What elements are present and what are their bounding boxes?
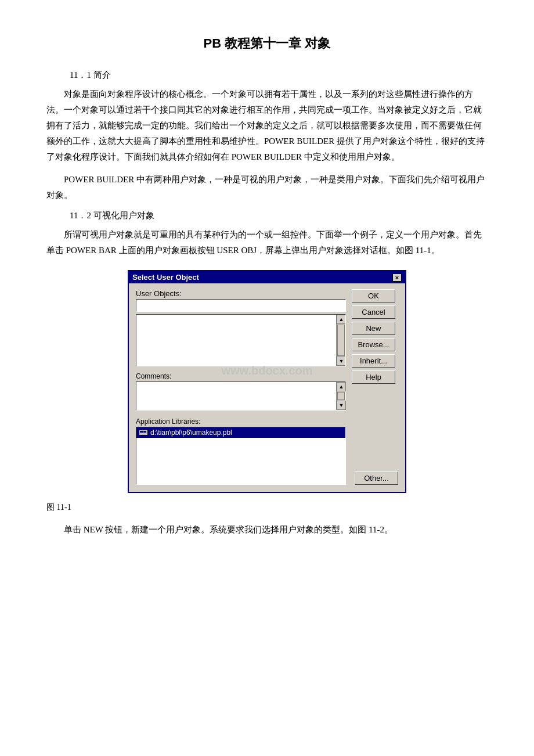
- applib-item-text: d:\tian\pbl\p6\umakeup.pbl: [150, 429, 232, 437]
- applib-listbox[interactable]: d:\tian\pbl\p6\umakeup.pbl: [136, 427, 346, 485]
- user-objects-input[interactable]: [136, 299, 346, 312]
- section2-heading: 11．2 可视化用户对象: [70, 210, 488, 221]
- comments-scrollbar-thumb[interactable]: [337, 392, 345, 400]
- comments-scrollbar-down[interactable]: ▼: [337, 401, 346, 410]
- dialog-right-panel: OK Cancel New Browse... Inherit... Help …: [352, 289, 398, 485]
- other-button[interactable]: Other...: [355, 471, 398, 485]
- dialog-titlebar: Select User Object ×: [129, 271, 405, 283]
- paragraph-4: 单击 NEW 按钮，新建一个用户对象。系统要求我们选择用户对象的类型。如图 11…: [46, 522, 488, 538]
- user-objects-label: User Objects:: [136, 289, 346, 298]
- dialog-left-panel: User Objects: ▲ ▼ Comments:: [136, 289, 346, 485]
- comments-textarea[interactable]: ▲ ▼: [136, 381, 346, 411]
- ok-button[interactable]: OK: [352, 289, 395, 303]
- section1-heading: 11．1 简介: [70, 70, 488, 81]
- dialog-wrapper: Select User Object × User Objects: ▲ ▼: [46, 270, 488, 493]
- paragraph-2: POWER BUILDER 中有两种用户对象，一种是可视的用户对象，一种是类用户…: [46, 172, 488, 203]
- dialog-close-button[interactable]: ×: [392, 273, 402, 282]
- scrollbar-thumb[interactable]: [337, 325, 345, 356]
- applib-item[interactable]: d:\tian\pbl\p6\umakeup.pbl: [136, 427, 345, 438]
- comments-scrollbar: ▲ ▼: [336, 382, 345, 410]
- paragraph-1: 对象是面向对象程序设计的核心概念。一个对象可以拥有若干属性，以及一系列的对这些属…: [46, 87, 488, 165]
- applib-label: Application Libraries:: [136, 417, 346, 426]
- applib-section: Application Libraries: d:\tian\pbl\p6\um…: [136, 417, 346, 485]
- comments-section: Comments: ▲ ▼: [136, 372, 346, 411]
- scrollbar-up-arrow[interactable]: ▲: [337, 315, 346, 324]
- scrollbar-down-arrow[interactable]: ▼: [337, 357, 346, 366]
- comments-label: Comments:: [136, 372, 346, 380]
- user-objects-listbox[interactable]: ▲ ▼: [136, 314, 346, 366]
- dialog-body: User Objects: ▲ ▼ Comments:: [129, 283, 405, 492]
- cancel-button[interactable]: Cancel: [352, 305, 395, 319]
- user-objects-section: User Objects: ▲ ▼: [136, 289, 346, 366]
- listbox-scrollbar: ▲ ▼: [336, 315, 345, 366]
- select-user-object-dialog: Select User Object × User Objects: ▲ ▼: [128, 270, 406, 493]
- comments-scrollbar-up[interactable]: ▲: [337, 382, 346, 391]
- help-button[interactable]: Help: [352, 370, 395, 384]
- new-button[interactable]: New: [352, 322, 395, 335]
- paragraph-3: 所谓可视用户对象就是可重用的具有某种行为的一个或一组控件。下面举一个例子，定义一…: [46, 227, 488, 258]
- figure-caption-1: 图 11-1: [46, 502, 488, 513]
- page-title: PB 教程第十一章 对象: [46, 35, 488, 52]
- inherit-button[interactable]: Inherit...: [352, 354, 395, 368]
- dialog-title: Select User Object: [132, 273, 199, 282]
- applib-file-icon: [139, 430, 148, 435]
- browse-button[interactable]: Browse...: [352, 338, 395, 351]
